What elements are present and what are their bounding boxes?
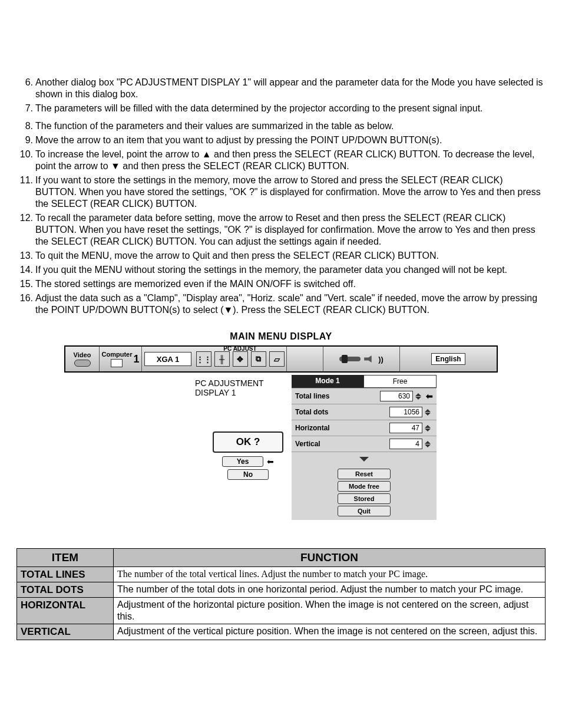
chevron-down-icon: [359, 457, 369, 462]
pc-adjust-label: PC ADJUST: [194, 345, 286, 352]
param-name: Total lines: [295, 392, 378, 400]
row-item: TOTAL LINES: [17, 566, 114, 582]
slider-icon[interactable]: [339, 357, 361, 361]
stored-button[interactable]: Stored: [338, 493, 391, 504]
param-value: 1056: [389, 407, 422, 417]
param-value: 47: [389, 423, 422, 433]
function-table: ITEM FUNCTION TOTAL LINES The number of …: [16, 548, 546, 640]
table-row: TOTAL DOTS The number of the total dots …: [17, 582, 546, 598]
spinner-icon[interactable]: [425, 409, 433, 416]
table-row: TOTAL LINES The number of the total vert…: [17, 566, 546, 582]
step-12: To recall the parameter data before sett…: [16, 212, 546, 248]
row-func: The number of the total vertical lines. …: [114, 566, 546, 582]
mode-free-button[interactable]: Mode free: [338, 481, 391, 492]
adjust-icon-group: PC ADJUST ⋮⋮ ╫ ✥ ⧉ ▱: [194, 347, 287, 371]
video-source-cell[interactable]: Video: [65, 347, 100, 371]
param-horizontal[interactable]: Horizontal 47: [292, 420, 437, 436]
yes-button[interactable]: Yes: [222, 456, 263, 467]
row-func: Adjustment of the horizontal picture pos…: [114, 598, 546, 624]
instruction-list: Another dialog box "PC ADJUSTMENT DISPLA…: [16, 77, 546, 316]
mode-name: Mode 1: [292, 375, 363, 388]
step-10: To increase the level, point the arrow t…: [16, 149, 546, 172]
row-func: Adjustment of the vertical picture posit…: [114, 624, 546, 640]
row-func: The number of the total dots in one hori…: [114, 582, 546, 598]
computer-number: 1: [133, 353, 139, 365]
table-row: HORIZONTAL Adjustment of the horizontal …: [17, 598, 546, 624]
param-name: Vertical: [295, 440, 387, 448]
slider-cell: )): [323, 347, 400, 371]
no-button[interactable]: No: [227, 469, 269, 480]
menu-bar: Video Computer 1 XGA 1 PC ADJUST ⋮⋮ ╫ ✥ …: [64, 345, 498, 373]
adjust-icon-2[interactable]: ╫: [214, 351, 230, 367]
th-item: ITEM: [17, 549, 114, 567]
computer-source-cell[interactable]: Computer 1: [100, 347, 142, 371]
computer-label: Computer: [102, 351, 133, 358]
param-value: 4: [389, 439, 422, 449]
step-7: The parameters will be filled with the d…: [16, 103, 546, 114]
step-13: To quit the MENU, move the arrow to Quit…: [16, 250, 546, 262]
param-value: 630: [380, 391, 413, 401]
table-row: VERTICAL Adjustment of the vertical pict…: [17, 624, 546, 640]
arrow-left-icon: [267, 456, 274, 467]
adjust-icon-4[interactable]: ⧉: [251, 351, 266, 367]
pc-adjustment-dialog: Mode 1 Free Total lines 630 ⬅ Total dots…: [292, 375, 437, 520]
step-11: If you want to store the settings in the…: [16, 174, 546, 210]
step-9: Move the arrow to an item that you want …: [16, 134, 546, 146]
main-menu-display: Video Computer 1 XGA 1 PC ADJUST ⋮⋮ ╫ ✥ …: [64, 345, 498, 520]
spinner-icon[interactable]: [415, 393, 424, 400]
param-name: Horizontal: [295, 424, 387, 432]
quit-button[interactable]: Quit: [338, 506, 391, 516]
mode-label: XGA 1: [157, 355, 180, 364]
mode-status: Free: [363, 375, 437, 388]
computer-icon: [111, 359, 123, 367]
step-16: Adjust the data such as a "Clamp", "Disp…: [16, 292, 546, 316]
param-name: Total dots: [295, 408, 387, 416]
ok-dialog: OK ?: [213, 431, 283, 453]
display-label: PC ADJUSTMENT DISPLAY 1: [195, 378, 283, 397]
reset-button[interactable]: Reset: [338, 469, 391, 479]
th-function: FUNCTION: [114, 549, 546, 567]
row-item: VERTICAL: [17, 624, 114, 640]
menu-title: MAIN MENU DISPLAY: [16, 331, 546, 342]
video-icon: [74, 360, 91, 367]
sound-waves-icon: )): [378, 355, 384, 364]
pointer-arrow-icon: ⬅: [426, 391, 433, 401]
param-vertical[interactable]: Vertical 4: [292, 436, 437, 452]
video-label: Video: [74, 351, 91, 358]
step-14: If you quit the MENU without storing the…: [16, 264, 546, 276]
scroll-down-row[interactable]: [292, 452, 437, 465]
language-cell[interactable]: English: [400, 347, 497, 371]
step-8: The function of the parameters and their…: [16, 120, 546, 132]
row-item: HORIZONTAL: [17, 598, 114, 624]
row-item: TOTAL DOTS: [17, 582, 114, 598]
param-total-lines[interactable]: Total lines 630 ⬅: [292, 388, 437, 404]
blank-cell: [287, 347, 323, 371]
adjust-icon-5[interactable]: ▱: [269, 351, 285, 367]
spinner-icon[interactable]: [425, 425, 433, 431]
step-15: The stored settings are memorized even i…: [16, 278, 546, 290]
mode-box[interactable]: XGA 1: [144, 352, 191, 366]
param-total-dots[interactable]: Total dots 1056: [292, 404, 437, 420]
adjust-icon-3[interactable]: ✥: [233, 351, 248, 367]
step-6: Another dialog box "PC ADJUSTMENT DISPLA…: [16, 77, 546, 100]
spinner-icon[interactable]: [425, 441, 433, 447]
language-label: English: [431, 353, 465, 365]
adjust-icon-1[interactable]: ⋮⋮: [196, 351, 211, 367]
speaker-icon[interactable]: [364, 355, 375, 363]
